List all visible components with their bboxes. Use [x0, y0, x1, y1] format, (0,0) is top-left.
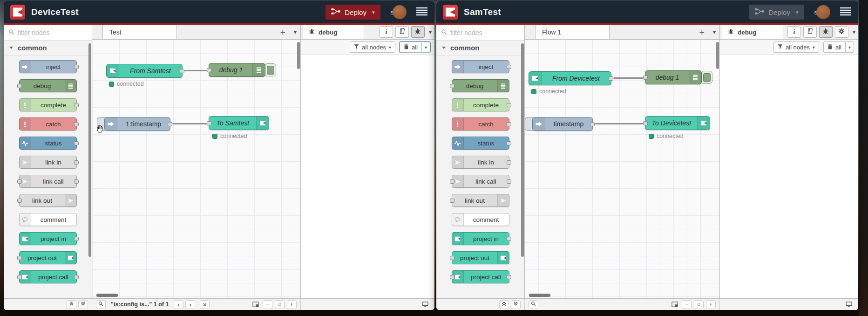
node-output-port[interactable]: [507, 275, 511, 279]
palette-scrollbar[interactable]: [521, 43, 524, 257]
node-input-port[interactable]: [17, 256, 22, 260]
node-output-port[interactable]: [507, 179, 511, 184]
add-flow-button[interactable]: +: [698, 27, 706, 38]
palette-node[interactable]: status: [452, 137, 509, 150]
zoom-out-button[interactable]: −: [682, 300, 692, 309]
help-book-button[interactable]: [803, 26, 817, 38]
node-input-port[interactable]: [17, 275, 22, 279]
add-flow-button[interactable]: +: [278, 27, 287, 38]
palette-node[interactable]: link in: [452, 156, 509, 169]
palette-search-input[interactable]: [18, 29, 102, 36]
node-input-port[interactable]: [17, 179, 22, 184]
hamburger-menu-icon[interactable]: [840, 7, 852, 18]
flow-tab[interactable]: Flow 1: [535, 25, 610, 39]
clear-all-button[interactable]: all: [400, 41, 422, 53]
palette-expand-all-button[interactable]: [511, 300, 521, 309]
deploy-caret-icon[interactable]: ▾: [372, 9, 375, 15]
palette-node[interactable]: link out: [452, 194, 509, 207]
node-input-port[interactable]: [643, 76, 648, 80]
help-book-button[interactable]: [395, 26, 409, 38]
search-flows-button[interactable]: [96, 300, 106, 309]
node-output-port[interactable]: [507, 65, 511, 69]
node-output-port[interactable]: [74, 179, 79, 184]
flow-node-project-in[interactable]: From Samtest: [106, 64, 183, 78]
node-output-port[interactable]: [74, 141, 79, 145]
palette-collapse-all-button[interactable]: [67, 300, 76, 309]
flow-list-caret-icon[interactable]: ▾: [713, 29, 716, 35]
palette-node[interactable]: comment: [452, 213, 509, 226]
zoom-reset-button[interactable]: ○: [275, 300, 285, 309]
workspace-vertical-scrollbar[interactable]: [716, 42, 719, 69]
node-output-port[interactable]: [74, 65, 79, 69]
avatar[interactable]: [393, 5, 407, 19]
node-input-port[interactable]: [450, 256, 454, 260]
zoom-in-button[interactable]: +: [287, 300, 297, 309]
navigator-toggle-icon[interactable]: [251, 302, 260, 307]
zoom-reset-button[interactable]: ○: [694, 300, 704, 309]
sidebar-menu-caret-icon[interactable]: ▾: [853, 29, 855, 35]
node-output-port[interactable]: [507, 103, 511, 107]
clear-all-button[interactable]: all: [823, 41, 846, 53]
search-flows-button[interactable]: [529, 300, 538, 309]
palette-category-common[interactable]: common: [436, 41, 524, 55]
workspace-horizontal-scrollbar[interactable]: [96, 294, 118, 297]
palette-scrollbar[interactable]: [88, 43, 91, 257]
node-output-port[interactable]: [590, 122, 595, 126]
node-output-port[interactable]: [180, 69, 184, 73]
debug-toggle-button[interactable]: [264, 63, 276, 76]
node-input-port[interactable]: [450, 199, 454, 203]
palette-search[interactable]: [436, 25, 524, 41]
config-nodes-button[interactable]: [835, 26, 848, 38]
node-input-port[interactable]: [17, 84, 22, 88]
open-debug-window-icon[interactable]: [844, 302, 854, 307]
flow-node-inject[interactable]: timestamp: [532, 117, 593, 131]
deploy-caret-icon[interactable]: ▾: [796, 9, 799, 15]
debug-toggle-button[interactable]: [701, 71, 712, 84]
node-output-port[interactable]: [609, 76, 613, 81]
sidebar-menu-caret-icon[interactable]: ▾: [429, 29, 432, 35]
flow-node-inject[interactable]: 1:timestamp: [104, 117, 170, 131]
debug-panel-button[interactable]: [411, 26, 425, 38]
node-output-port[interactable]: [74, 237, 79, 241]
flow-tab[interactable]: Test: [102, 25, 177, 39]
flow-node-project-out[interactable]: To Samtest: [209, 116, 269, 130]
deploy-button[interactable]: Deploy ▾: [749, 5, 804, 20]
flow-canvas[interactable]: From Samtest debug 1 connected 1:: [92, 40, 300, 298]
palette-node[interactable]: inject: [452, 60, 509, 73]
flow-list-caret-icon[interactable]: ▾: [294, 29, 297, 35]
flow-node-project-out[interactable]: To Devicetest: [645, 116, 710, 130]
palette-category-common[interactable]: common: [4, 41, 92, 55]
node-output-port[interactable]: [74, 275, 79, 279]
palette-expand-all-button[interactable]: [78, 300, 88, 309]
tab-debug[interactable]: debug: [722, 25, 783, 39]
node-input-port[interactable]: [207, 68, 211, 72]
search-prev-button[interactable]: ‹: [174, 300, 183, 309]
palette-node[interactable]: project in: [19, 232, 77, 245]
palette-node[interactable]: debug: [19, 79, 77, 92]
workspace-vertical-scrollbar[interactable]: [297, 42, 300, 69]
palette-node[interactable]: debug: [452, 79, 509, 92]
palette-node[interactable]: project call: [452, 270, 509, 283]
palette-search-input[interactable]: [450, 29, 535, 36]
palette-node[interactable]: project call: [19, 270, 77, 283]
palette-node[interactable]: catch: [19, 117, 77, 131]
clear-options-caret[interactable]: ▾: [846, 41, 854, 53]
palette-node[interactable]: comment: [19, 213, 77, 226]
palette-node[interactable]: project out: [19, 251, 77, 264]
palette-node[interactable]: project out: [452, 251, 509, 264]
filter-nodes-button[interactable]: all nodes ▾: [773, 41, 819, 53]
info-button[interactable]: i: [787, 26, 801, 38]
debug-panel-button[interactable]: [819, 26, 833, 38]
node-output-port[interactable]: [507, 160, 511, 165]
avatar[interactable]: [816, 5, 830, 19]
deploy-button[interactable]: Deploy ▾: [326, 5, 380, 20]
node-output-port[interactable]: [74, 122, 79, 126]
node-input-port[interactable]: [450, 84, 454, 88]
node-input-port[interactable]: [17, 199, 22, 203]
palette-node[interactable]: status: [19, 137, 77, 150]
tab-debug[interactable]: debug: [303, 25, 364, 39]
node-output-port[interactable]: [74, 160, 79, 165]
flow-node-project-in[interactable]: From Devicetest: [529, 71, 611, 85]
search-next-button[interactable]: ›: [185, 300, 195, 309]
flow-node-debug[interactable]: debug 1: [645, 70, 702, 84]
